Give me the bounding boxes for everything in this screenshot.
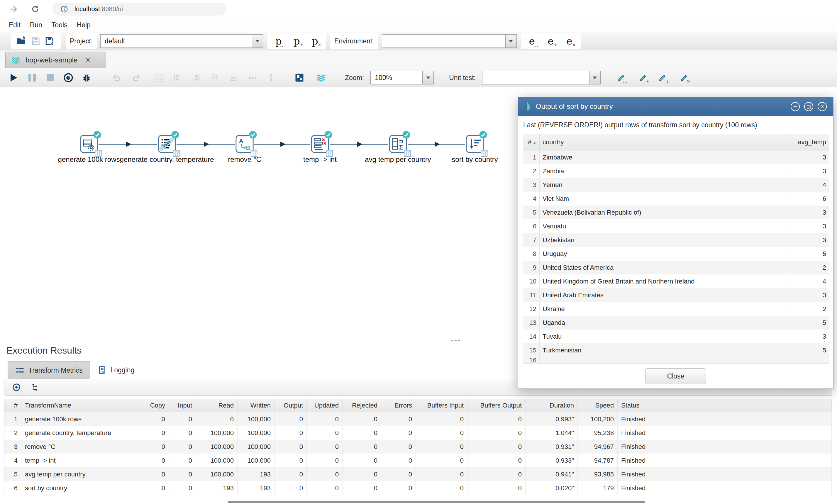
- menu-edit[interactable]: Edit: [9, 21, 20, 29]
- col-errors[interactable]: Errors: [381, 399, 416, 412]
- col-avg-temp[interactable]: avg_temp: [785, 134, 830, 150]
- preview-row[interactable]: 8 Uruguay 5: [523, 247, 830, 260]
- environment-combo-arrow[interactable]: [505, 34, 517, 48]
- tab-logging[interactable]: Logging: [90, 361, 142, 379]
- preview-row[interactable]: 12 Ukraine 2: [523, 302, 830, 316]
- horizontal-scrollbar-thumb[interactable]: [228, 501, 645, 503]
- dialog-titlebar[interactable]: Output of sort by country ─ ▢ ✕: [518, 97, 833, 116]
- forward-icon[interactable]: [7, 3, 20, 16]
- preview-row[interactable]: 2 Zambia 3: [523, 164, 830, 178]
- preview-icon[interactable]: [61, 71, 75, 85]
- preview-row[interactable]: 1 Zimbabwe 3: [523, 150, 830, 164]
- maximize-icon[interactable]: ▢: [804, 102, 813, 111]
- save-as-icon[interactable]: [43, 34, 57, 48]
- tab-transform-metrics[interactable]: Transform Metrics: [7, 361, 90, 379]
- preview-row[interactable]: 3 Yemen 4: [523, 178, 830, 192]
- col-index[interactable]: #: [4, 399, 21, 412]
- tab-hop-web-sample[interactable]: hop-web-sample ✕: [5, 52, 106, 68]
- project-edit-icon[interactable]: p…: [271, 34, 286, 48]
- transform-generate-country-temperature[interactable]: Fake: [158, 135, 176, 153]
- project-combo-arrow[interactable]: [252, 34, 263, 48]
- col-input[interactable]: Input: [169, 399, 196, 412]
- minimize-icon[interactable]: ─: [791, 102, 800, 111]
- zoom-combo-arrow[interactable]: [422, 71, 434, 85]
- align-bottom-icon[interactable]: [227, 71, 241, 85]
- pipeline-icon[interactable]: [315, 71, 328, 85]
- col-duration[interactable]: Duration: [526, 399, 578, 412]
- transform-avg-temp-per-country[interactable]: Σ: [389, 135, 407, 153]
- environment-add-icon[interactable]: e+: [544, 34, 558, 48]
- save-file-icon[interactable]: [29, 34, 43, 48]
- col-copy[interactable]: Copy: [143, 399, 169, 412]
- stop-icon[interactable]: [43, 71, 57, 85]
- align-right-icon[interactable]: [190, 71, 203, 85]
- close-icon[interactable]: ✕: [818, 102, 827, 111]
- preview-row[interactable]: 4 Viet Nam 6: [523, 192, 830, 205]
- preview-row[interactable]: 14 Tuvalu 3: [523, 329, 830, 343]
- preview-row[interactable]: 15 Turkmenistan 5: [523, 343, 830, 357]
- distribute-horizontal-icon[interactable]: [246, 71, 259, 85]
- preview-row[interactable]: 9 United States of America 2: [523, 260, 830, 274]
- unit-test-combo-arrow[interactable]: [589, 71, 601, 85]
- col-output[interactable]: Output: [274, 399, 307, 412]
- environment-combo-value[interactable]: [382, 34, 505, 48]
- reload-icon[interactable]: [29, 3, 42, 16]
- col-country[interactable]: country: [540, 134, 785, 150]
- transform-remove-celsius[interactable]: AB: [235, 135, 254, 153]
- open-file-icon[interactable]: [15, 34, 29, 48]
- align-left-icon[interactable]: [171, 71, 184, 85]
- environment-edit-icon[interactable]: e…: [525, 34, 539, 48]
- preview-row[interactable]: 11 United Arab Emirates 3: [523, 288, 830, 302]
- col-buffers-output[interactable]: Buffers Output: [467, 399, 526, 412]
- transform-generate-100k-rows[interactable]: [80, 135, 98, 153]
- unit-test-new-icon[interactable]: +: [636, 71, 650, 85]
- menu-help[interactable]: Help: [77, 21, 91, 29]
- transform-sort-by-country[interactable]: [466, 135, 484, 153]
- align-top-icon[interactable]: [208, 71, 222, 85]
- transform-temp-to-int[interactable]: [311, 135, 329, 153]
- undo-icon[interactable]: [110, 71, 123, 85]
- preview-row[interactable]: 7 Uzbekistan 3: [523, 233, 830, 247]
- menu-tools[interactable]: Tools: [52, 21, 68, 29]
- metrics-row[interactable]: 5 avg temp per country 0 0 100,000 193 0…: [4, 467, 832, 481]
- address-bar[interactable]: localhost:8080/ui: [52, 3, 227, 16]
- col-row-number[interactable]: #▲: [523, 134, 540, 150]
- col-updated[interactable]: Updated: [307, 399, 342, 412]
- run-icon[interactable]: [7, 71, 20, 85]
- menu-run[interactable]: Run: [30, 21, 42, 29]
- show-hide-inactive-icon[interactable]: [10, 381, 23, 394]
- preview-row[interactable]: 10 United Kingdom of Great Britain and N…: [523, 274, 830, 288]
- col-read[interactable]: Read: [196, 399, 237, 412]
- unit-test-combo-value[interactable]: [482, 71, 589, 85]
- preview-row-partial[interactable]: 16: [523, 357, 830, 364]
- col-status[interactable]: Status: [618, 399, 661, 412]
- zoom-combo-value[interactable]: 100%: [370, 71, 422, 85]
- redo-icon[interactable]: [130, 71, 143, 85]
- metrics-row[interactable]: 2 generate country, temperature 0 0 100,…: [4, 426, 832, 440]
- col-buffers-input[interactable]: Buffers Input: [416, 399, 467, 412]
- col-written[interactable]: Written: [237, 399, 274, 412]
- preview-row[interactable]: 13 Uganda 5: [523, 316, 830, 329]
- metrics-row[interactable]: 3 remove °C 0 0 100,000 100,000 0 0 0 0 …: [4, 440, 832, 454]
- environment-delete-icon[interactable]: e✕: [563, 34, 576, 48]
- hierarchy-view-icon[interactable]: [29, 381, 42, 394]
- col-transform-name[interactable]: TransformName: [21, 399, 143, 412]
- pause-icon[interactable]: [25, 71, 39, 85]
- metrics-row[interactable]: 6 sort by country 0 0 193 193 0 0 0 0 0 …: [4, 481, 832, 495]
- unit-test-load-icon[interactable]: ↓: [656, 71, 669, 85]
- project-combo-value[interactable]: default: [100, 34, 252, 48]
- unit-test-delete-icon[interactable]: ✕: [677, 71, 691, 85]
- debug-icon[interactable]: [80, 71, 93, 85]
- close-button[interactable]: Close: [645, 368, 706, 384]
- preview-row[interactable]: 5 Venezuela (Bolivarian Republic of) 3: [523, 205, 830, 219]
- col-rejected[interactable]: Rejected: [342, 399, 381, 412]
- preview-row[interactable]: 6 Vanuatu 3: [523, 219, 830, 233]
- metrics-row[interactable]: 1 generate 100k rows 0 0 0 100,000 0 0 0…: [4, 412, 832, 426]
- tab-close-icon[interactable]: ✕: [85, 56, 90, 64]
- toggle-execution-results-icon[interactable]: [293, 71, 306, 85]
- distribute-vertical-icon[interactable]: ⋮: [265, 71, 278, 85]
- col-speed[interactable]: Speed: [578, 399, 618, 412]
- snap-to-grid-icon[interactable]: [152, 71, 165, 85]
- project-add-icon[interactable]: p+: [290, 34, 304, 48]
- metrics-row[interactable]: 4 temp -> int 0 0 100,000 100,000 0 0 0 …: [4, 454, 832, 467]
